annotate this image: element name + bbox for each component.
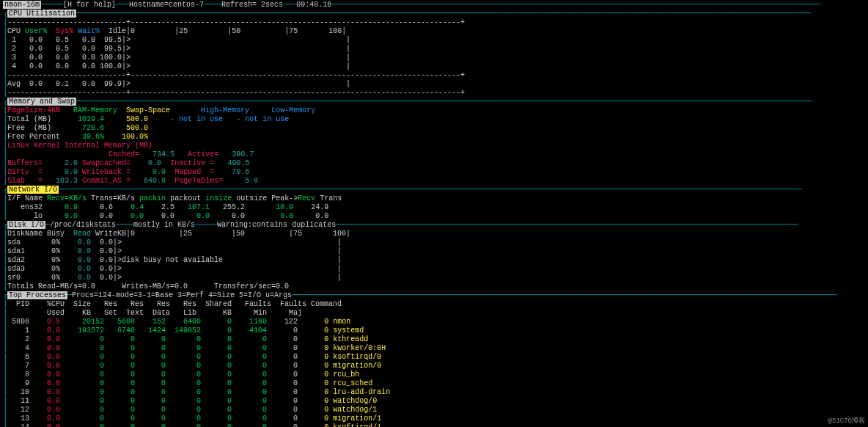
process-row: │ 11 0.0 0 0 0 0 0 0 0 0 watchdog/0 [3, 397, 865, 406]
cpu-title: ┌CPU Utilisation────────────────────────… [3, 10, 865, 18]
process-row: │ 1 0.0 193572 6740 1424 149852 0 4104 0… [3, 326, 865, 335]
process-row: │ 6 0.0 0 0 0 0 0 0 0 0 ksoftirqd/0 [3, 353, 865, 362]
cpu-header: │CPU User% Sys% Wait% Idle|0 |25 |50 |75… [3, 27, 865, 36]
mem-pct: │Free Percent 39.6% 100.0% [3, 133, 865, 142]
mem-k4: │Slab = 103.3 Commit_AS = 640.8 PageTabl… [3, 177, 865, 186]
cpu-row: │ 1 0.0 0.5 0.0 99.5|> | [3, 36, 865, 45]
process-row: │ 7 0.0 0 0 0 0 0 0 0 0 migration/0 [3, 362, 865, 371]
cpu-ruler-bot: │---------------------------+-----------… [3, 89, 865, 98]
disk-hdr: │DiskName Busy Read WriteKB|0 |25 |50 |7… [3, 230, 865, 238]
header-line: nmon-16m─────[H for help]───Hostname=cen… [3, 1, 865, 10]
process-row: │ 4 0.0 0 0 0 0 0 0 0 0 kworker/0:0H [3, 344, 865, 353]
disk-totals: │Totals Read-MB/s=0.0 Writes-MB/s=0.0 Tr… [3, 282, 865, 291]
mem-k3: │Dirty = 0.0 Writeback = 0.0 Mapped = 70… [3, 168, 865, 177]
process-row: │ 10 0.0 0 0 0 0 0 0 0 0 lru-add-drain [3, 388, 865, 397]
net-row: │ ens32 0.9 0.6 0.4 2.5 107.1 255.2 10.9… [3, 203, 865, 212]
mem-kernel-hdr: │Linux Kernel Internal Memory (MB) [3, 142, 865, 150]
disk-row: │sda3 0% 0.0 0.0|> | [3, 265, 865, 274]
disk-row: │sda1 0% 0.0 0.0|> | [3, 247, 865, 256]
disk-row: │sr0 0% 0.0 0.0|> | [3, 274, 865, 282]
net-hdr: │I/F Name Recv=KB/s Trans=KB/s packin pa… [3, 194, 865, 203]
top-title: ┌Top Processes─Procs=124-mode=3-1=Base 3… [3, 291, 865, 300]
process-row: │ 2 0.0 0 0 0 0 0 0 0 0 kthreadd [3, 335, 865, 344]
terminal-screen[interactable]: nmon-16m─────[H for help]───Hostname=cen… [0, 0, 868, 427]
disk-row: │sda 0% 0.0 0.0|> | [3, 238, 865, 247]
top-h1: │ PID %CPU Size Res Res Res Res Shared F… [3, 300, 865, 309]
process-row: │ 9 0.0 0 0 0 0 0 0 0 0 rcu_sched [3, 379, 865, 388]
cpu-row: │ 2 0.0 0.5 0.0 99.5|> | [3, 45, 865, 54]
process-row: │ 13 0.0 0 0 0 0 0 0 0 0 migration/1 [3, 415, 865, 423]
cpu-row: │ 3 0.0 0.0 0.0 100.0|> | [3, 54, 865, 62]
mem-free: │Free (MB) 720.6 500.0 [3, 124, 865, 133]
watermark: @51CTO博客 [828, 417, 865, 426]
process-row: │ 12 0.0 0 0 0 0 0 0 0 0 watchdog/1 [3, 406, 865, 415]
mem-k2: │Buffers= 2.0 Swapcached= 0.0 Inactive =… [3, 159, 865, 168]
process-row: │ 8 0.0 0 0 0 0 0 0 0 0 rcu_bh [3, 371, 865, 379]
cpu-ruler-top: │---------------------------+-----------… [3, 18, 865, 27]
process-row: │ 5808 0.5 20152 5608 152 6400 0 1160 12… [3, 318, 865, 326]
net-row: │ lo 0.0 0.0 0.0 0.0 0.0 0.0 0.0 0.0 [3, 212, 865, 221]
cpu-ruler-mid: │---------------------------+-----------… [3, 71, 865, 80]
disk-row: │sda2 0% 0.0 0.0|>disk busy not availabl… [3, 256, 865, 265]
net-title: ┌Network I/O────────────────────────────… [3, 186, 865, 194]
mem-total: │Total (MB) 1019.4 500.0 - not in use - … [3, 115, 865, 124]
process-row: │ 14 0.0 0 0 0 0 0 0 0 0 ksoftirqd/1 [3, 423, 865, 427]
mem-title: ┌Memory and Swap────────────────────────… [3, 98, 865, 106]
disk-title: ┌Disk I/O─/proc/diskstats────mostly in K… [3, 221, 865, 230]
top-h2: │ Used KB Set Text Data Lib KB Min Maj [3, 309, 865, 318]
mem-h1: │PageSize:4KB RAM-Memory Swap-Space High… [3, 106, 865, 115]
cpu-avg: │Avg 0.0 0.1 0.0 99.9|> | [3, 80, 865, 89]
mem-k1: │ Cached= 734.5 Active= 390.7 [3, 150, 865, 159]
cpu-row: │ 4 0.0 0.0 0.0 100.0|> | [3, 62, 865, 71]
